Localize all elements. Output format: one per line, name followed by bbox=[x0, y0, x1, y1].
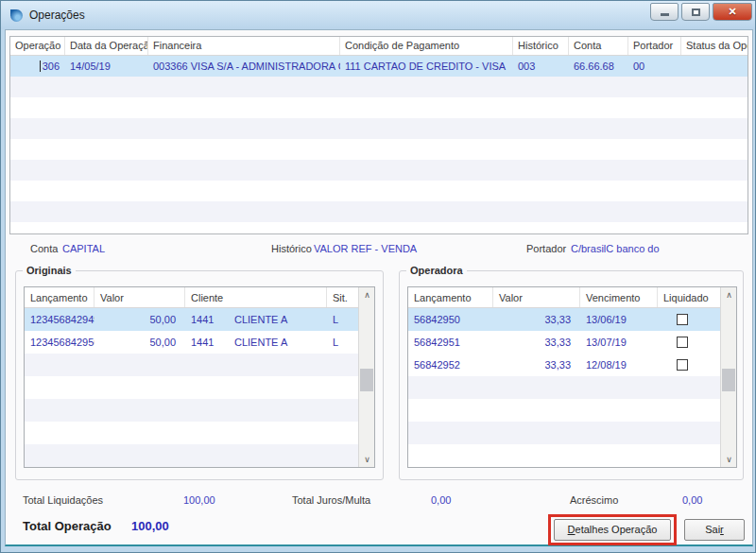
cell-data: 14/05/19 bbox=[65, 60, 148, 72]
empty-row bbox=[25, 376, 374, 399]
operations-grid-header: Operação Data da Operação Financeira Con… bbox=[10, 37, 747, 56]
total-juros-label: Total Juros/Multa bbox=[292, 494, 370, 506]
scroll-down-icon[interactable]: ∨ bbox=[721, 452, 737, 467]
cell-cliente-nome: CLIENTE A bbox=[229, 337, 327, 348]
scroll-thumb[interactable] bbox=[722, 369, 735, 391]
cell-sit: L bbox=[327, 337, 358, 348]
empty-row bbox=[25, 444, 374, 467]
empty-grid-row bbox=[10, 201, 747, 222]
portador-value: C/brasilC banco do bbox=[571, 243, 660, 254]
empty-grid-row bbox=[10, 222, 747, 234]
detalhes-operacao-button[interactable]: Detalhes Operação bbox=[554, 519, 671, 541]
col-condicao-pagamento: Condição de Pagamento bbox=[340, 37, 513, 55]
empty-row bbox=[25, 422, 374, 444]
originais-row[interactable]: 123456842956 50,00 1441 CLIENTE A L bbox=[25, 331, 374, 354]
operadora-title: Operadora bbox=[406, 265, 467, 276]
total-juros-value: 0,00 bbox=[431, 494, 451, 506]
col-data-operacao: Data da Operação bbox=[65, 37, 148, 55]
btn-accel: r bbox=[720, 524, 724, 535]
btn-text: etalhes Operação bbox=[576, 524, 658, 535]
operadora-scrollbar[interactable]: ∧ ∨ bbox=[720, 287, 736, 467]
col-financeira: Financeira bbox=[148, 37, 340, 55]
originais-header: Lançamento Valor Cliente Sit. bbox=[25, 287, 374, 308]
empty-row bbox=[408, 399, 736, 422]
scroll-up-icon[interactable]: ∧ bbox=[359, 287, 375, 302]
cell-cliente-cod: 1441 bbox=[185, 314, 229, 325]
liquidado-checkbox[interactable] bbox=[677, 359, 688, 371]
cell-financeira: 003366 VISA S/A - ADMINISTRADORA CARTAO bbox=[148, 60, 340, 72]
originais-title: Originais bbox=[23, 265, 76, 276]
scroll-down-icon[interactable]: ∨ bbox=[359, 452, 375, 467]
empty-row bbox=[25, 399, 374, 422]
titlebar: Operações ✕ bbox=[1, 1, 755, 29]
conta-value: CAPITAL bbox=[62, 243, 105, 254]
text-cursor bbox=[40, 60, 41, 72]
acrescimo-value: 0,00 bbox=[682, 494, 702, 506]
cell-valor: 33,33 bbox=[493, 337, 580, 348]
empty-grid-row bbox=[10, 139, 747, 160]
maximize-button[interactable] bbox=[681, 3, 710, 21]
liquidado-checkbox[interactable] bbox=[677, 314, 688, 325]
total-liquidacoes-label: Total Liquidações bbox=[23, 494, 103, 506]
cell-lancamento: 123456842956 bbox=[25, 337, 94, 348]
operations-grid: Operação Data da Operação Financeira Con… bbox=[9, 36, 748, 234]
cell-vencimento: 13/07/19 bbox=[580, 337, 658, 348]
cell-lancamento: 56842952 bbox=[408, 359, 493, 371]
portador-label: Portador bbox=[526, 243, 566, 254]
operadora-header: Lançamento Valor Vencimento Liquidado bbox=[408, 287, 736, 308]
dialog-content: Operação Data da Operação Financeira Con… bbox=[5, 29, 753, 546]
empty-row bbox=[408, 422, 736, 444]
scroll-thumb[interactable] bbox=[360, 369, 373, 391]
cell-liquidado bbox=[658, 359, 722, 371]
col-valor: Valor bbox=[493, 287, 580, 307]
cell-historico: 003 bbox=[513, 60, 569, 72]
cell-liquidado bbox=[658, 314, 722, 325]
minimize-icon bbox=[661, 13, 669, 16]
sair-button[interactable]: Sair bbox=[684, 519, 745, 541]
empty-grid-row bbox=[10, 77, 747, 97]
operadora-table: Lançamento Valor Vencimento Liquidado 56… bbox=[407, 286, 737, 468]
col-historico: Histórico bbox=[513, 37, 569, 55]
originais-group: Originais Lançamento Valor Cliente Sit. … bbox=[15, 270, 384, 480]
originais-scrollbar[interactable]: ∧ ∨ bbox=[358, 287, 374, 467]
minimize-button[interactable] bbox=[650, 3, 679, 21]
operadora-group: Operadora Lançamento Valor Vencimento Li… bbox=[399, 270, 744, 480]
cell-portador: 00 bbox=[628, 60, 681, 72]
liquidado-checkbox[interactable] bbox=[677, 337, 688, 348]
empty-grid-row bbox=[10, 97, 747, 118]
col-sit: Sit. bbox=[327, 287, 358, 307]
col-operacao: Operação bbox=[10, 37, 65, 55]
empty-row bbox=[408, 444, 736, 467]
maximize-icon bbox=[692, 9, 700, 16]
col-cliente: Cliente bbox=[185, 287, 327, 307]
col-portador: Portador bbox=[628, 37, 681, 55]
operadora-row[interactable]: 56842950 33,33 13/06/19 bbox=[408, 308, 736, 331]
cell-lancamento: 56842950 bbox=[408, 314, 493, 325]
cell-condicao: 111 CARTAO DE CREDITO - VISA bbox=[340, 60, 513, 72]
acrescimo-label: Acréscimo bbox=[570, 494, 618, 506]
total-operacao-label: Total Operação bbox=[23, 519, 112, 533]
total-liquidacoes-value: 100,00 bbox=[183, 494, 215, 506]
close-button[interactable]: ✕ bbox=[713, 3, 752, 21]
operadora-row[interactable]: 56842952 33,33 12/08/19 bbox=[408, 354, 736, 376]
cell-sit: L bbox=[327, 314, 358, 325]
originais-row[interactable]: 123456842949 50,00 1441 CLIENTE A L bbox=[25, 308, 374, 331]
originais-table: Lançamento Valor Cliente Sit. 1234568429… bbox=[24, 286, 375, 468]
operadora-row[interactable]: 56842951 33,33 13/07/19 bbox=[408, 331, 736, 354]
scroll-up-icon[interactable]: ∧ bbox=[721, 287, 737, 302]
col-liquidado: Liquidado bbox=[658, 287, 722, 307]
cell-conta: 66.66.68 bbox=[569, 60, 628, 72]
cell-liquidado bbox=[658, 337, 722, 348]
empty-grid-row bbox=[10, 118, 747, 139]
operacoes-window: Operações ✕ Operação Data da Operação Fi… bbox=[0, 0, 756, 553]
cell-lancamento: 56842951 bbox=[408, 337, 493, 348]
empty-row bbox=[408, 376, 736, 399]
total-operacao-value: 100,00 bbox=[131, 519, 169, 533]
operation-row[interactable]: 306 14/05/19 003366 VISA S/A - ADMINISTR… bbox=[10, 56, 747, 77]
cell-valor: 50,00 bbox=[94, 314, 185, 325]
cell-valor: 33,33 bbox=[493, 359, 580, 371]
empty-row bbox=[25, 354, 374, 376]
window-title: Operações bbox=[29, 9, 85, 22]
cell-lancamento: 123456842949 bbox=[25, 314, 94, 325]
cell-operacao: 306 bbox=[10, 60, 65, 72]
